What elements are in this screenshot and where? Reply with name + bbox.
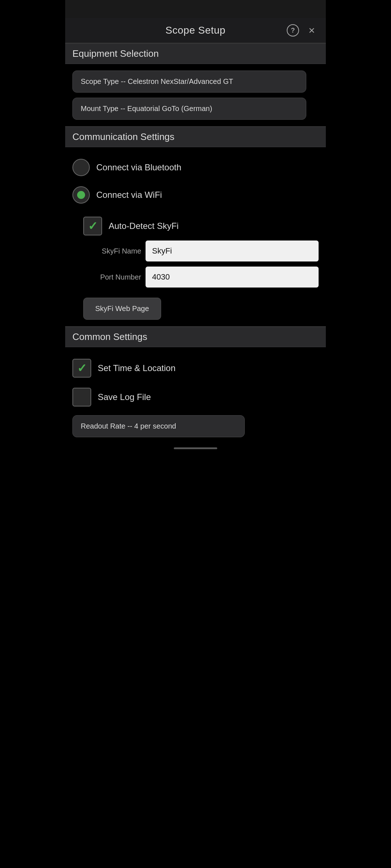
port-number-row: Port Number xyxy=(83,267,319,288)
save-log-checkbox[interactable]: ✓ xyxy=(72,388,91,407)
wifi-radio-indicator xyxy=(77,191,85,199)
wifi-label: Connect via WiFi xyxy=(96,190,162,200)
close-button[interactable]: × xyxy=(305,24,319,37)
save-log-row[interactable]: ✓ Save Log File xyxy=(72,383,319,412)
close-icon: × xyxy=(308,25,315,36)
home-indicator xyxy=(174,447,217,449)
set-time-checkbox[interactable]: ✓ xyxy=(72,359,91,378)
equipment-section-content: Scope Type -- Celestron NexStar/Advanced… xyxy=(65,64,326,126)
header-icons: ? × xyxy=(286,24,319,37)
common-section-header: Common Settings xyxy=(65,327,326,347)
bluetooth-radio-button[interactable] xyxy=(72,159,90,176)
skyfi-name-label: SkyFi Name xyxy=(83,247,141,255)
skyfi-name-input[interactable] xyxy=(146,241,319,261)
port-number-input[interactable] xyxy=(146,267,319,288)
page-title: Scope Setup xyxy=(165,25,226,36)
auto-detect-checkbox[interactable]: ✓ xyxy=(83,217,102,235)
bottom-bar xyxy=(65,444,326,455)
port-number-label: Port Number xyxy=(83,273,141,281)
wifi-radio-row[interactable]: Connect via WiFi xyxy=(72,181,319,209)
help-icon: ? xyxy=(287,24,299,37)
mount-type-button[interactable]: Mount Type -- Equatorial GoTo (German) xyxy=(72,98,306,120)
set-time-checkmark: ✓ xyxy=(77,362,87,374)
equipment-section-header: Equipment Selection xyxy=(65,43,326,64)
auto-detect-row[interactable]: ✓ Auto-Detect SkyFi xyxy=(83,212,319,241)
wifi-sub-options: ✓ Auto-Detect SkyFi SkyFi Name Port Numb… xyxy=(72,209,319,320)
skyfi-web-page-button[interactable]: SkyFi Web Page xyxy=(83,298,161,320)
bluetooth-label: Connect via Bluetooth xyxy=(96,162,181,173)
wifi-radio-button[interactable] xyxy=(72,186,90,204)
set-time-label: Set Time & Location xyxy=(98,363,176,373)
auto-detect-checkmark: ✓ xyxy=(88,220,98,232)
communication-section-header: Communication Settings xyxy=(65,127,326,147)
readout-rate-button[interactable]: Readout Rate -- 4 per second xyxy=(72,415,245,437)
top-status-bar xyxy=(65,0,326,18)
help-button[interactable]: ? xyxy=(286,24,300,37)
save-log-label: Save Log File xyxy=(98,392,151,402)
communication-section-content: Connect via Bluetooth Connect via WiFi ✓… xyxy=(65,147,326,326)
common-section-content: ✓ Set Time & Location ✓ Save Log File Re… xyxy=(65,347,326,444)
auto-detect-label: Auto-Detect SkyFi xyxy=(109,221,178,231)
skyfi-name-row: SkyFi Name xyxy=(83,241,319,261)
header: Scope Setup ? × xyxy=(65,18,326,43)
bluetooth-radio-indicator xyxy=(77,163,85,171)
set-time-row[interactable]: ✓ Set Time & Location xyxy=(72,354,319,383)
scope-type-button[interactable]: Scope Type -- Celestron NexStar/Advanced… xyxy=(72,71,306,93)
bluetooth-radio-row[interactable]: Connect via Bluetooth xyxy=(72,154,319,181)
